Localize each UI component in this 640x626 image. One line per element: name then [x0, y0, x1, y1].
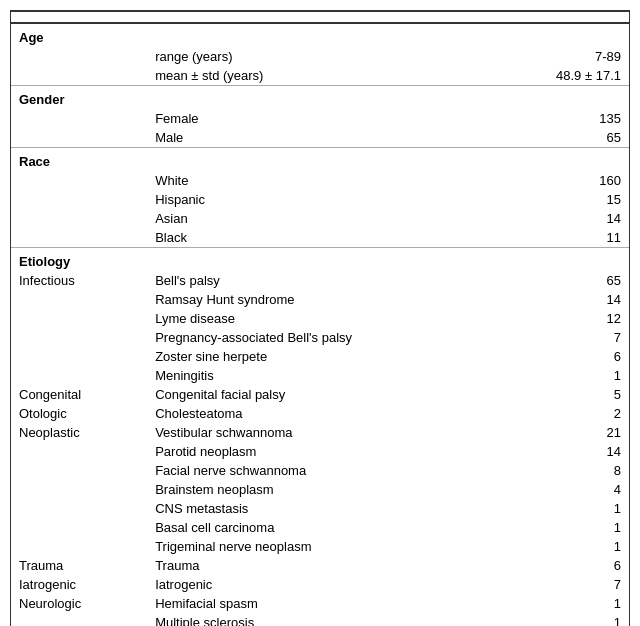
subcategory-cell: Meningitis	[147, 366, 545, 385]
table-row: NeoplasticVestibular schwannoma21	[11, 423, 629, 442]
category-cell	[11, 171, 147, 190]
n-value-cell: 12	[545, 309, 629, 328]
table-row: Ramsay Hunt syndrome14	[11, 290, 629, 309]
category-cell	[11, 518, 147, 537]
n-value-cell: 14	[545, 209, 629, 228]
category-cell	[11, 480, 147, 499]
table-row: CNS metastasis1	[11, 499, 629, 518]
category-cell: Congenital	[11, 385, 147, 404]
table-row: Brainstem neoplasm4	[11, 480, 629, 499]
category-cell	[11, 190, 147, 209]
subcategory-cell: Zoster sine herpete	[147, 347, 545, 366]
subcategory-cell: Ramsay Hunt syndrome	[147, 290, 545, 309]
table-row: Male65	[11, 128, 629, 148]
n-value-cell: 7	[545, 575, 629, 594]
demographics-table: Agerange (years)7-89mean ± std (years)48…	[10, 10, 630, 626]
table-row: OtologicCholesteatoma2	[11, 404, 629, 423]
table-row: Black11	[11, 228, 629, 248]
table-row: IatrogenicIatrogenic7	[11, 575, 629, 594]
category-cell	[11, 366, 147, 385]
n-value-cell: 135	[545, 109, 629, 128]
table-row: Pregnancy-associated Bell's palsy7	[11, 328, 629, 347]
section-label: Gender	[11, 86, 629, 110]
table-row: Basal cell carcinoma1	[11, 518, 629, 537]
subcategory-cell: CNS metastasis	[147, 499, 545, 518]
n-value-cell: 7-89	[545, 47, 629, 66]
table-row: Parotid neoplasm14	[11, 442, 629, 461]
category-cell	[11, 209, 147, 228]
n-value-cell: 2	[545, 404, 629, 423]
table-row: Hispanic15	[11, 190, 629, 209]
n-value-cell: 160	[545, 171, 629, 190]
n-value-cell: 1	[545, 537, 629, 556]
subcategory-cell: Vestibular schwannoma	[147, 423, 545, 442]
subcategory-cell: Iatrogenic	[147, 575, 545, 594]
n-value-cell: 1	[545, 594, 629, 613]
n-value-cell: 1	[545, 499, 629, 518]
subcategory-cell: Male	[147, 128, 545, 148]
subcategory-cell: Asian	[147, 209, 545, 228]
table-row: Multiple sclerosis1	[11, 613, 629, 626]
table-row: Zoster sine herpete6	[11, 347, 629, 366]
category-cell	[11, 461, 147, 480]
table-row: Female135	[11, 109, 629, 128]
subcategory-cell: Female	[147, 109, 545, 128]
category-cell	[11, 228, 147, 248]
n-value-cell: 6	[545, 347, 629, 366]
subcategory-cell: mean ± std (years)	[147, 66, 545, 86]
category-cell	[11, 328, 147, 347]
n-value-cell: 15	[545, 190, 629, 209]
category-cell: Iatrogenic	[11, 575, 147, 594]
n-value-cell: 1	[545, 613, 629, 626]
table-row: TraumaTrauma6	[11, 556, 629, 575]
subcategory-cell: Hemifacial spasm	[147, 594, 545, 613]
category-cell: Neurologic	[11, 594, 147, 613]
subcategory-cell: Trauma	[147, 556, 545, 575]
category-cell	[11, 499, 147, 518]
category-cell	[11, 442, 147, 461]
subcategory-cell: Basal cell carcinoma	[147, 518, 545, 537]
subcategory-cell: Hispanic	[147, 190, 545, 209]
subcategory-cell: White	[147, 171, 545, 190]
subcategory-cell: Pregnancy-associated Bell's palsy	[147, 328, 545, 347]
category-cell: Trauma	[11, 556, 147, 575]
n-value-cell: 5	[545, 385, 629, 404]
table-row: range (years)7-89	[11, 47, 629, 66]
category-cell: Infectious	[11, 271, 147, 290]
n-value-cell: 1	[545, 518, 629, 537]
subcategory-cell: Parotid neoplasm	[147, 442, 545, 461]
n-value-cell: 11	[545, 228, 629, 248]
table-row: Asian14	[11, 209, 629, 228]
n-value-cell: 14	[545, 290, 629, 309]
category-cell	[11, 109, 147, 128]
subcategory-cell: Bell's palsy	[147, 271, 545, 290]
n-value-cell: 21	[545, 423, 629, 442]
n-value-cell: 48.9 ± 17.1	[545, 66, 629, 86]
subcategory-cell: Brainstem neoplasm	[147, 480, 545, 499]
category-cell	[11, 537, 147, 556]
table-row: Trigeminal nerve neoplasm1	[11, 537, 629, 556]
subcategory-cell: Facial nerve schwannoma	[147, 461, 545, 480]
category-cell	[11, 613, 147, 626]
n-value-cell: 6	[545, 556, 629, 575]
subcategory-cell: Multiple sclerosis	[147, 613, 545, 626]
n-value-cell: 1	[545, 366, 629, 385]
header-subcategory	[147, 12, 545, 24]
n-value-cell: 7	[545, 328, 629, 347]
table-row: InfectiousBell's palsy65	[11, 271, 629, 290]
category-cell	[11, 347, 147, 366]
n-value-cell: 4	[545, 480, 629, 499]
category-cell	[11, 47, 147, 66]
n-value-cell: 14	[545, 442, 629, 461]
subcategory-cell: Black	[147, 228, 545, 248]
table-row: mean ± std (years)48.9 ± 17.1	[11, 66, 629, 86]
header-demographics	[11, 12, 147, 24]
category-cell	[11, 309, 147, 328]
table-row: NeurologicHemifacial spasm1	[11, 594, 629, 613]
table-row: Facial nerve schwannoma8	[11, 461, 629, 480]
table-row: White160	[11, 171, 629, 190]
section-label: Etiology	[11, 248, 629, 272]
section-label: Race	[11, 148, 629, 172]
n-value-cell: 65	[545, 271, 629, 290]
category-cell: Neoplastic	[11, 423, 147, 442]
